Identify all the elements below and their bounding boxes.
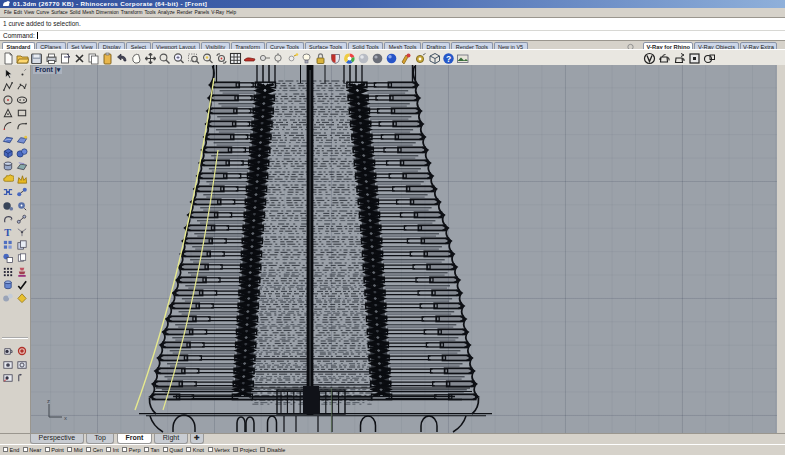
svg-text:z: z (47, 398, 50, 404)
svg-text:T: T (4, 227, 11, 238)
svg-text:?: ? (446, 53, 451, 63)
svg-text:x: x (64, 415, 67, 421)
